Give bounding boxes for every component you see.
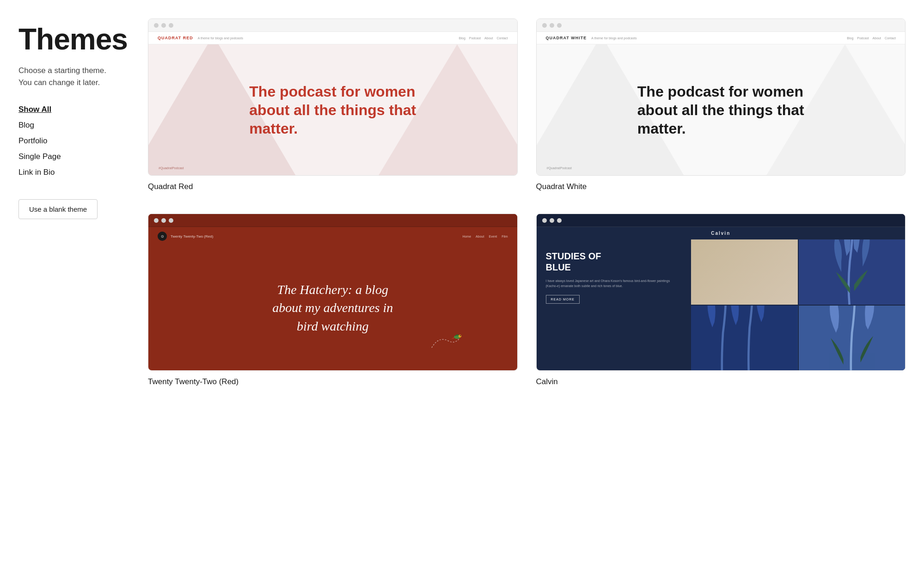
qw-header: QUADRAT WHITE A theme for blogs and podc… xyxy=(537,32,906,44)
qw-tagline: A theme for blogs and podcasts xyxy=(591,37,636,40)
theme-name-quadrat-white: Quadrat White xyxy=(536,182,906,191)
svg-rect-4 xyxy=(691,306,797,371)
window-chrome-calvin xyxy=(537,214,906,227)
qr-nav: Blog Podcast About Contact xyxy=(459,37,508,40)
tt2-nav: Home About Event Film xyxy=(462,235,508,238)
calvin-logo: Calvin xyxy=(711,231,730,236)
qr-body: The podcast for women about all the thin… xyxy=(148,44,517,175)
sidebar-item-blog[interactable]: Blog xyxy=(18,121,129,130)
tt2-logo-icon: ⊙ xyxy=(158,232,167,241)
qw-brand: QUADRAT WHITE xyxy=(546,36,587,40)
tt2-logo-text: Twenty Twenty-Two (Red) xyxy=(171,234,213,239)
qr-header: QUADRAT RED A theme for blogs and podcas… xyxy=(148,32,517,44)
window-dot-3 xyxy=(169,23,173,28)
window-dot-1 xyxy=(154,23,159,28)
qr-brand: QUADRAT RED xyxy=(158,36,193,40)
tt2-logo-area: ⊙ Twenty Twenty-Two (Red) xyxy=(158,232,213,241)
quadrat-red-preview: QUADRAT RED A theme for blogs and podcas… xyxy=(148,18,518,176)
theme-name-tt2: Twenty Twenty-Two (Red) xyxy=(148,377,518,386)
tt2-headline: The Hatchery: a blogabout my adventures … xyxy=(272,281,393,335)
calvin-image-iris-1 xyxy=(799,239,905,305)
window-chrome xyxy=(148,19,517,32)
window-dot-1 xyxy=(154,218,159,223)
window-dot-2 xyxy=(550,218,554,223)
svg-point-2 xyxy=(460,335,461,336)
theme-name-quadrat-red: Quadrat Red xyxy=(148,182,518,191)
tt2-body: The Hatchery: a blogabout my adventures … xyxy=(148,245,517,370)
window-dot-3 xyxy=(169,218,173,223)
calvin-image-iris-3 xyxy=(799,306,905,371)
themes-grid: QUADRAT RED A theme for blogs and podcas… xyxy=(148,18,906,386)
sidebar-subtitle: Choose a starting theme. You can change … xyxy=(18,65,129,88)
window-dot-1 xyxy=(542,218,547,223)
qr-tagline: A theme for blogs and podcasts xyxy=(198,37,243,40)
calvin-image-beige xyxy=(691,239,797,305)
window-chrome-tt2 xyxy=(148,214,517,227)
calvin-header: Calvin xyxy=(537,227,906,239)
calvin-body: STUDIES OF BLUE I have always loved Japa… xyxy=(537,239,906,370)
sidebar-item-portfolio[interactable]: Portfolio xyxy=(18,136,129,146)
window-dot-3 xyxy=(557,23,562,28)
bird-illustration xyxy=(429,327,462,352)
sidebar-item-link-in-bio[interactable]: Link in Bio xyxy=(18,168,129,177)
tt2-header: ⊙ Twenty Twenty-Two (Red) Home About Eve… xyxy=(148,227,517,245)
calvin-content-left: STUDIES OF BLUE I have always loved Japa… xyxy=(537,239,691,370)
qw-nav: Blog Podcast About Contact xyxy=(847,37,896,40)
theme-card-quadrat-red[interactable]: QUADRAT RED A theme for blogs and podcas… xyxy=(148,18,518,191)
window-chrome-white xyxy=(537,19,906,32)
theme-card-calvin[interactable]: Calvin STUDIES OF BLUE I have always lov… xyxy=(536,214,906,386)
window-dot-2 xyxy=(161,218,166,223)
blank-theme-button[interactable]: Use a blank theme xyxy=(18,199,98,219)
quadrat-white-preview: QUADRAT WHITE A theme for blogs and podc… xyxy=(536,18,906,176)
qw-headline: The podcast for women about all the thin… xyxy=(637,82,804,138)
sidebar-item-show-all[interactable]: Show All xyxy=(18,105,129,114)
category-nav: Show All Blog Portfolio Single Page Link… xyxy=(18,105,129,177)
sidebar: Themes Choose a starting theme. You can … xyxy=(18,18,148,558)
window-dot-2 xyxy=(550,23,554,28)
theme-card-quadrat-white[interactable]: QUADRAT WHITE A theme for blogs and podc… xyxy=(536,18,906,191)
qw-hashtag: #QuadratPodcast xyxy=(547,166,572,170)
calvin-studies-title: STUDIES OF BLUE xyxy=(546,251,682,273)
window-dot-3 xyxy=(557,218,562,223)
qw-body: The podcast for women about all the thin… xyxy=(537,44,906,175)
calvin-description: I have always loved Japanese art and Oha… xyxy=(546,278,682,288)
themes-grid-container: QUADRAT RED A theme for blogs and podcas… xyxy=(148,18,924,558)
theme-card-twenty-twenty-two[interactable]: ⊙ Twenty Twenty-Two (Red) Home About Eve… xyxy=(148,214,518,386)
theme-name-calvin: Calvin xyxy=(536,377,906,386)
page-title: Themes xyxy=(18,23,129,55)
qr-hashtag: #QuadratPodcast xyxy=(159,166,184,170)
calvin-image-iris-2 xyxy=(691,306,797,371)
calvin-image-grid xyxy=(691,239,905,370)
sidebar-item-single-page[interactable]: Single Page xyxy=(18,152,129,161)
window-dot-2 xyxy=(161,23,166,28)
calvin-preview: Calvin STUDIES OF BLUE I have always lov… xyxy=(536,214,906,371)
window-dot-1 xyxy=(542,23,547,28)
qr-headline: The podcast for women about all the thin… xyxy=(249,82,416,138)
calvin-read-more-button[interactable]: READ MORE xyxy=(546,295,580,304)
tt2-preview: ⊙ Twenty Twenty-Two (Red) Home About Eve… xyxy=(148,214,518,371)
